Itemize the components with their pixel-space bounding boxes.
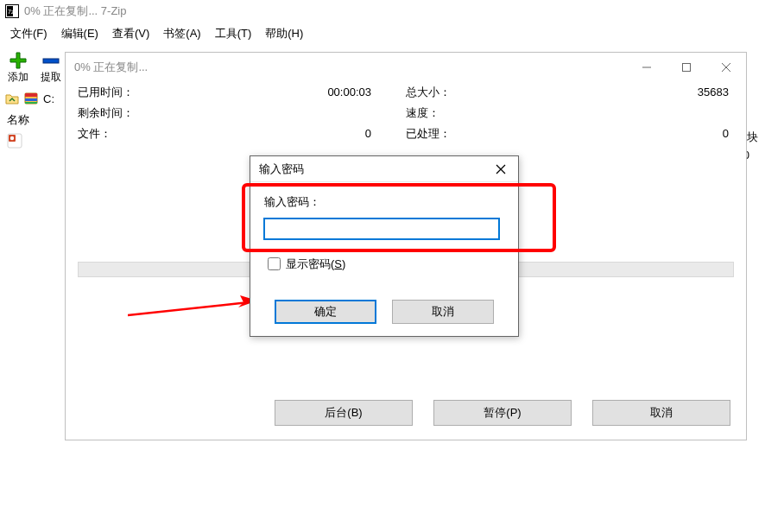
- close-icon: [721, 62, 731, 73]
- copying-titlebar: 0% 正在复制...: [66, 53, 746, 82]
- files-value: 0: [250, 124, 406, 144]
- password-button-row: 确定 取消: [250, 300, 518, 324]
- svg-rect-7: [25, 102, 37, 104]
- menu-edit[interactable]: 编辑(E): [54, 24, 105, 43]
- show-password-label: 显示密码(S): [286, 256, 345, 272]
- up-folder-icon[interactable]: [5, 92, 19, 105]
- password-body: 输入密码： 显示密码(S): [250, 182, 518, 273]
- svg-rect-3: [43, 59, 59, 63]
- elapsed-value: 00:00:03: [250, 82, 406, 103]
- archive-icon: [24, 92, 38, 105]
- toolbar-extract-label: 提取: [41, 70, 61, 85]
- password-close-button[interactable]: [484, 157, 518, 181]
- show-password-box[interactable]: [268, 257, 281, 270]
- file-row-icon[interactable]: [7, 133, 22, 149]
- maximize-button[interactable]: [667, 54, 706, 81]
- col-name[interactable]: 名称: [0, 111, 36, 130]
- app-icon: 7z: [5, 4, 19, 18]
- total-size-value: 35683: [587, 82, 734, 103]
- minimize-icon: [642, 62, 652, 73]
- main-titlebar: 7z 0% 正在复制... 7-Zip: [0, 0, 765, 22]
- password-input[interactable]: [264, 218, 499, 239]
- speed-label: 速度：: [406, 103, 587, 124]
- password-dialog: 输入密码 输入密码： 显示密码(S) 确定 取消: [250, 155, 519, 337]
- password-cancel-button[interactable]: 取消: [392, 300, 494, 324]
- toolbar-extract-button[interactable]: 提取: [36, 51, 66, 85]
- processed-label: 已处理：: [406, 124, 587, 144]
- background-button[interactable]: 后台(B): [275, 400, 413, 426]
- minimize-button[interactable]: [627, 54, 667, 81]
- menu-file[interactable]: 文件(F): [3, 24, 54, 43]
- total-size-label: 总大小：: [406, 82, 587, 103]
- password-titlebar: 输入密码: [250, 156, 518, 182]
- close-icon: [496, 164, 506, 174]
- cancel-button[interactable]: 取消: [592, 400, 730, 426]
- menu-tools[interactable]: 工具(T): [208, 24, 259, 43]
- svg-rect-12: [683, 64, 691, 72]
- password-dialog-title: 输入密码: [259, 162, 484, 177]
- elapsed-label: 已用时间：: [78, 82, 250, 103]
- maximize-icon: [681, 62, 692, 73]
- stats-row-2: 剩余时间： 速度：: [66, 103, 746, 124]
- svg-rect-6: [25, 98, 37, 101]
- main-window-title: 0% 正在复制... 7-Zip: [24, 3, 126, 19]
- menu-bookmarks[interactable]: 书签(A): [156, 24, 207, 43]
- svg-text:7z: 7z: [8, 9, 15, 15]
- files-label: 文件：: [78, 124, 250, 144]
- minus-icon: [41, 51, 60, 70]
- plus-icon: [9, 51, 28, 70]
- ok-button[interactable]: 确定: [275, 300, 376, 324]
- remaining-label: 剩余时间：: [78, 103, 250, 124]
- processed-value: 0: [587, 124, 734, 144]
- svg-point-10: [10, 136, 14, 140]
- menubar: 文件(F) 编辑(E) 查看(V) 书签(A) 工具(T) 帮助(H): [0, 22, 765, 45]
- password-label: 输入密码：: [264, 194, 504, 210]
- stats-row-3: 文件： 0 已处理： 0: [66, 124, 746, 144]
- pause-button[interactable]: 暂停(P): [433, 400, 572, 426]
- close-button[interactable]: [706, 54, 746, 81]
- copying-title: 0% 正在复制...: [74, 60, 627, 75]
- address-text: C:: [43, 92, 54, 105]
- menu-view[interactable]: 查看(V): [105, 24, 156, 43]
- toolbar-add-label: 添加: [8, 70, 28, 85]
- copying-bottom-buttons: 后台(B) 暂停(P) 取消: [66, 400, 746, 426]
- stats-row-1: 已用时间： 00:00:03 总大小： 35683: [66, 82, 746, 103]
- menu-help[interactable]: 帮助(H): [258, 24, 310, 43]
- svg-rect-5: [25, 93, 37, 97]
- toolbar-add-button[interactable]: 添加: [3, 51, 33, 85]
- show-password-checkbox[interactable]: 显示密码(S): [264, 255, 504, 273]
